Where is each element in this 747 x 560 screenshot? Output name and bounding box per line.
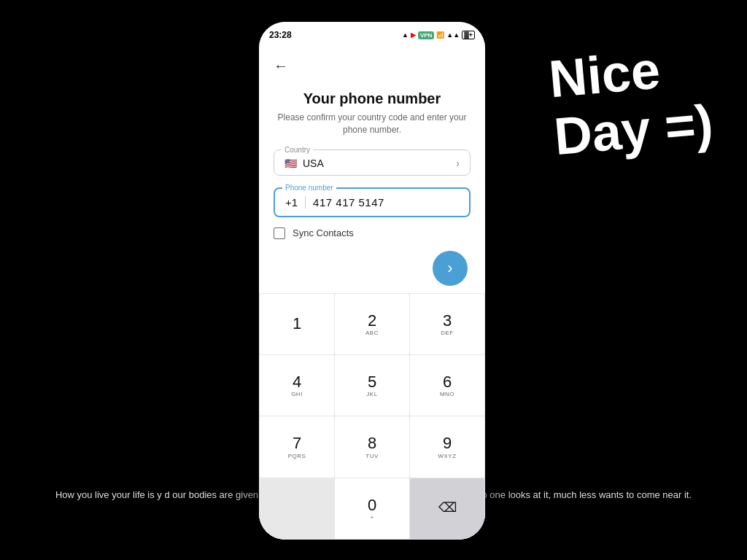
key-empty [260, 478, 334, 539]
key-6-letters: MNO [440, 391, 454, 397]
country-value-row: 🇺🇸 USA › [285, 156, 460, 169]
wifi-icon: 📶 [436, 31, 444, 39]
country-name: USA [303, 158, 324, 169]
phone-field[interactable]: Phone number +1 417 417 5147 [274, 187, 471, 217]
key-7[interactable]: 7 PQRS [260, 416, 334, 477]
form-title: Your phone number [274, 90, 471, 107]
key-2[interactable]: 2 ABC [335, 294, 409, 354]
key-8[interactable]: 8 TUV [335, 416, 409, 477]
signal-icon: ▲▲ [446, 31, 460, 39]
key-5-num: 5 [368, 373, 376, 391]
form-subtitle: Please confirm your country code and ent… [274, 112, 471, 136]
next-button-row: › [274, 251, 471, 286]
vpn-badge: VPN [418, 31, 434, 39]
key-3[interactable]: 3 DEF [410, 294, 484, 354]
sync-label: Sync Contacts [293, 228, 354, 238]
key-9[interactable]: 9 WXYZ [410, 416, 484, 477]
key-1-num: 1 [293, 315, 301, 332]
key-6[interactable]: 6 MNO [410, 355, 484, 416]
key-5-letters: JKL [366, 391, 377, 397]
key-0[interactable]: 0 + [335, 478, 409, 539]
phone-code: +1 [285, 196, 306, 209]
key-4-num: 4 [293, 373, 301, 391]
key-3-num: 3 [443, 312, 452, 330]
key-1[interactable]: 1 [260, 294, 334, 354]
key-0-letters: + [370, 514, 374, 521]
nice-line1: Nice [546, 41, 662, 109]
country-selector[interactable]: Country 🇺🇸 USA › [274, 149, 471, 176]
key-7-num: 7 [293, 435, 301, 452]
phone-mockup: 23:28 ▲ ▶ VPN 📶 ▲▲ ▓+ ← Your phone numbe… [259, 22, 485, 540]
phone-label: Phone number [282, 184, 336, 192]
chevron-right-icon: › [456, 158, 460, 169]
youtube-icon: ▶ [411, 31, 416, 39]
key-8-letters: TUV [365, 453, 379, 459]
key-4-letters: GHI [291, 391, 303, 397]
next-button[interactable]: › [433, 251, 468, 286]
country-flag-name: 🇺🇸 USA [285, 158, 324, 169]
key-9-num: 9 [443, 435, 452, 452]
key-0-num: 0 [368, 497, 376, 514]
back-arrow-icon: ← [274, 58, 288, 74]
flag-icon: 🇺🇸 [285, 158, 297, 169]
phone-number-value: 417 417 5147 [313, 196, 384, 209]
nice-day-text: Nice Day =) [546, 37, 715, 166]
key-3-letters: DEF [441, 330, 454, 336]
key-9-letters: WXYZ [438, 453, 456, 459]
key-5[interactable]: 5 JKL [335, 355, 409, 416]
battery-icon: ▓+ [462, 31, 475, 39]
key-2-letters: ABC [365, 330, 379, 336]
key-7-letters: PQRS [288, 453, 306, 459]
sync-checkbox[interactable] [274, 228, 285, 239]
country-label: Country [282, 146, 313, 154]
keypad: 1 2 ABC 3 DEF 4 GHI 5 JKL 6 MNO [259, 293, 485, 540]
backspace-icon: ⌫ [438, 501, 457, 516]
key-2-num: 2 [368, 312, 376, 330]
form-area: Your phone number Please confirm your co… [259, 83, 485, 293]
status-icons: ▲ ▶ VPN 📶 ▲▲ ▓+ [402, 31, 475, 39]
key-8-num: 8 [368, 435, 376, 452]
back-button[interactable]: ← [271, 55, 291, 76]
status-time: 23:28 [269, 30, 292, 40]
next-arrow-icon: › [447, 259, 452, 278]
phone-content: ← Your phone number Please confirm your … [259, 48, 485, 540]
nav-bar: ← [259, 48, 485, 83]
status-bar: 23:28 ▲ ▶ VPN 📶 ▲▲ ▓+ [259, 22, 485, 48]
location-icon: ▲ [402, 31, 409, 39]
sync-contacts-row[interactable]: Sync Contacts [274, 228, 471, 239]
key-4[interactable]: 4 GHI [260, 355, 334, 416]
key-6-num: 6 [443, 373, 452, 391]
key-backspace[interactable]: ⌫ [410, 478, 484, 539]
